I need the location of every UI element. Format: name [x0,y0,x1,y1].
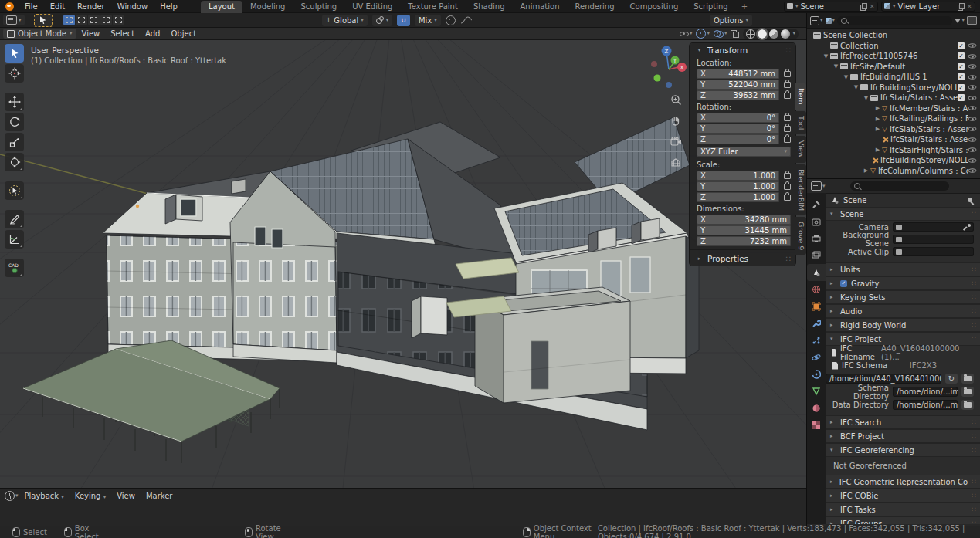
collapse-arrow-icon[interactable]: ▼ [852,84,860,90]
outliner-row-ifcmember[interactable]: ▶▽ IfcMember/Stairs : A [807,103,980,114]
zoom-button[interactable] [667,91,684,108]
tab-layout[interactable]: Layout [201,1,242,13]
menu-playback[interactable]: Playback ▾ [20,492,69,500]
panel-ifc-georeferencing[interactable]: ▾IFC Georeferencing∷ [826,443,980,457]
select-mode-extend[interactable] [76,15,87,25]
properties-editor-type-dropdown[interactable]: ▾ [811,181,826,191]
mode-dropdown[interactable]: Object Mode ▾ [3,29,76,39]
rotation-mode-dropdown[interactable]: XYZ Euler▾ [697,147,791,157]
pin-icon[interactable] [968,198,972,202]
tool-scale[interactable] [5,133,24,151]
ifc-path-field[interactable]: /home/dion/A40_V16040100000 (1).ifc [826,374,941,384]
panel-ifc-geom-contexts[interactable]: ▸IFC Geometric Representation Contexts∷ [826,475,980,489]
checkbox[interactable]: ✓ [958,73,965,80]
checkbox[interactable]: ✓ [958,84,965,91]
pivot-point-dropdown[interactable]: ▾ [372,15,393,26]
select-mode-new[interactable] [63,15,75,25]
menu-window[interactable]: Window [111,2,154,11]
transform-panel-header[interactable]: ▾ Transform ∷ [690,43,795,57]
collapse-arrow-icon[interactable]: ▼ [862,95,870,101]
expand-arrow-icon[interactable]: ▶ [873,116,882,122]
eyedropper-icon[interactable] [964,224,971,231]
pan-hand-button[interactable] [667,112,684,129]
sidebar-tab-blenderbim[interactable]: BlenderBIM [795,164,806,215]
outliner-row-ifcslab[interactable]: ▶▽ IfcSlab/Stairs : Assen [807,124,980,135]
menu-render[interactable]: Render [71,2,111,11]
select-mode-subtract[interactable] [88,15,100,25]
outliner-row-ifcstair[interactable]: ▼ IfcStair/Stairs : Assemble ✓ [807,93,980,103]
tool-measure[interactable] [5,230,24,249]
outliner-row-root[interactable]: Scene Collection [807,30,980,41]
data-directory-field[interactable]: /home/dion/...m/bim/data/ [893,400,958,410]
select-mode-intersect[interactable] [113,15,124,25]
panel-keying-sets[interactable]: ▸Keying Sets∷ [826,290,980,304]
tab-compositing[interactable]: Compositing [622,1,687,13]
tab-material-icon[interactable] [807,400,826,417]
tab-view-layer-icon[interactable] [807,247,826,264]
timeline-editor-type-dropdown[interactable]: ▾ [5,491,19,501]
tab-tool-icon[interactable] [807,196,826,213]
outliner-row-ifcstair-empty[interactable]: IfcStair/Stairs : Asser [807,134,980,145]
outliner-row-ifccolumn[interactable]: ▶▽ IfcColumn/Columns : Ce [807,166,980,177]
hide-eye-icon[interactable] [968,167,977,174]
location-z-field[interactable]: Z39632 mm [697,90,779,100]
panel-audio[interactable]: ▸Audio∷ [826,304,980,318]
panel-bcf-project[interactable]: ▸BCF Project∷ [826,429,980,443]
outliner-row-ifcrailing[interactable]: ▶▽ IfcRailing/Railings : F [807,113,980,124]
browse-folder-button[interactable] [961,400,974,410]
lock-icon[interactable] [784,126,791,132]
shading-solid[interactable] [758,29,767,39]
lock-icon[interactable] [784,184,791,190]
rotation-x-field[interactable]: X0° [697,113,779,123]
panel-units[interactable]: ▸Units∷ [826,262,980,276]
view-layer-selector[interactable]: ▾ View Layer × [881,2,975,12]
transform-orientation-dropdown[interactable]: ⊥ Global ▾ [322,15,368,26]
outliner-filter-type-dropdown[interactable]: ▾ [826,18,836,24]
tab-rendering[interactable]: Rendering [567,1,622,13]
dimensions-y-field[interactable]: Y31445 mm [697,225,791,235]
camera-field[interactable] [893,222,974,232]
menu-keying[interactable]: Keying ▾ [70,492,110,500]
hide-eye-icon[interactable] [968,84,977,91]
tab-world-icon[interactable] [807,281,826,298]
shading-rendered[interactable] [781,29,790,39]
tab-uv-editing[interactable]: UV Editing [344,1,400,13]
shading-material[interactable] [769,29,778,39]
outliner-row-ifcbuildingstorey[interactable]: ▼ IfcBuildingStorey/NOLLNIVÅ ✓ [807,83,980,93]
scale-y-field[interactable]: Y1.000 [697,181,779,191]
tab-modifiers-icon[interactable] [807,315,826,332]
tab-render-icon[interactable] [807,213,826,230]
active-clip-field[interactable] [893,247,974,256]
hide-eye-icon[interactable] [968,63,977,70]
collapse-arrow-icon[interactable]: ▼ [822,53,830,59]
outliner-row-ifcstairflight[interactable]: ▶▽ IfcStairFlight/Stairs : [807,145,980,156]
remove-view-layer-icon[interactable]: × [966,2,972,10]
browse-folder-button[interactable] [961,374,974,384]
hide-eye-icon[interactable] [968,126,977,133]
tool-rotate[interactable] [5,113,24,131]
schema-directory-field[interactable]: /home/dion/...im/schema/ [893,387,958,397]
outliner-display-mode-dropdown[interactable]: ▾ [810,16,823,25]
panel-ifc-cobie[interactable]: ▸IFC COBie∷ [826,489,980,502]
location-x-field[interactable]: X448512 mm [697,69,779,79]
tab-particles-icon[interactable] [807,332,826,349]
panel-rigid-body[interactable]: ▸Rigid Body World∷ [826,318,980,332]
tab-constraints-icon[interactable] [807,366,826,383]
scale-z-field[interactable]: Z1.000 [697,192,779,202]
outliner-filter-dropdown[interactable]: ▾ [955,18,965,23]
hide-eye-icon[interactable] [968,105,977,112]
active-tool-tweak-button[interactable] [34,14,53,27]
new-view-layer-icon[interactable] [958,3,964,10]
editor-type-dropdown[interactable]: ▾ [3,15,25,25]
background-scene-field[interactable] [893,235,974,244]
add-workspace-button[interactable]: + [736,1,753,13]
checkbox[interactable]: ✓ [958,94,965,101]
lock-icon[interactable] [784,173,791,179]
xray-toggle[interactable] [731,30,739,38]
sidebar-tab-grove[interactable]: Grove 9 [795,217,806,255]
gravity-checkbox[interactable]: ✓ [840,280,847,287]
hide-eye-icon[interactable] [968,136,977,143]
rotation-y-field[interactable]: Y0° [697,124,779,134]
menu-timeline-view[interactable]: View [112,492,140,500]
checkbox[interactable]: ✓ [958,63,965,70]
